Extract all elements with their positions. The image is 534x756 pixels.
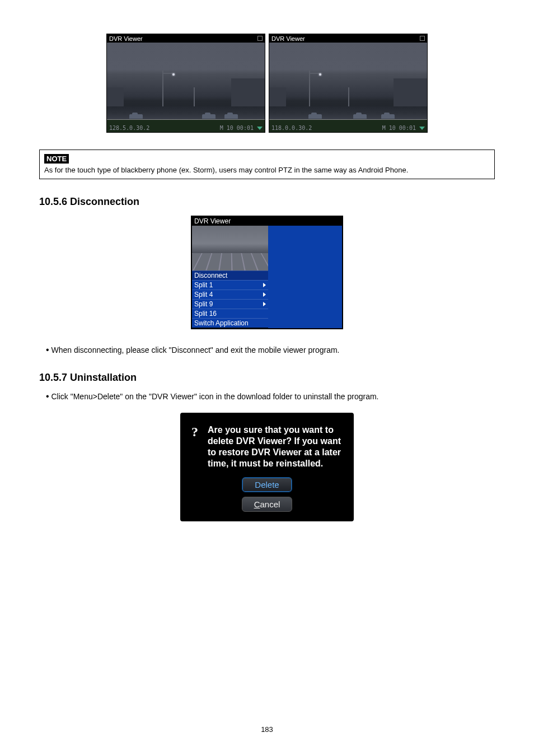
dvr-menu-screenshot: DVR Viewer Disconnect Split 1 Split 4: [191, 216, 343, 329]
dvr-title-bar: DVR Viewer: [107, 34, 265, 43]
dvr-title-text: DVR Viewer: [109, 35, 143, 42]
confirm-dialog: ? Are you sure that you want to delete D…: [180, 413, 354, 521]
note-label: NOTE: [44, 154, 69, 164]
menu-empty-pane: [268, 226, 342, 328]
dvr-window-left: DVR Viewer 128.5.0.30.2 M 10 00:01: [106, 34, 265, 133]
menu-thumbnail: [192, 226, 268, 270]
menu-item-label: Split 9: [194, 300, 213, 308]
submenu-arrow-icon: [263, 302, 266, 306]
dialog-message: Are you sure that you want to delete DVR…: [208, 424, 346, 469]
menu-item-switch-app[interactable]: Switch Application: [192, 318, 268, 328]
menu-item-label: Split 1: [194, 281, 213, 289]
question-icon: ?: [188, 424, 202, 439]
menu-item-disconnect[interactable]: Disconnect: [192, 270, 268, 280]
camera-feed-right: 118.0.0.30.2 M 10 00:01: [269, 43, 427, 132]
dvr-window-right: DVR Viewer 118.0.0.30.2 M 10 00:01: [269, 34, 428, 133]
menu-item-split9[interactable]: Split 9: [192, 299, 268, 309]
bullet-icon: •: [46, 345, 49, 354]
uninstallation-instruction: • Click "Menu>Delete" on the "DVR Viewer…: [46, 391, 495, 402]
section-heading-uninstallation: 10.5.7 Uninstallation: [39, 372, 495, 384]
camera-ip: 128.5.0.30.2: [109, 125, 149, 131]
camera-time: M 10 00:01: [382, 125, 416, 131]
expand-icon: [420, 36, 425, 41]
disconnection-instruction: • When disconnecting, please click "Disc…: [46, 345, 495, 355]
dvr-title-text: DVR Viewer: [271, 35, 305, 42]
cancel-accel: C: [254, 500, 260, 509]
dvr-menu-list: Disconnect Split 1 Split 4 Split 9: [192, 270, 268, 328]
camera-feed-left: 128.5.0.30.2 M 10 00:01: [107, 43, 265, 132]
cancel-button[interactable]: Cancel: [242, 497, 292, 512]
section-heading-disconnection: 10.5.6 Disconnection: [39, 196, 495, 208]
dropdown-icon: [257, 127, 263, 130]
bullet-icon: •: [46, 391, 49, 401]
bullet-text: When disconnecting, please click "Discon…: [51, 346, 340, 354]
menu-item-label: Switch Application: [194, 319, 249, 327]
camera-time: M 10 00:01: [220, 125, 254, 131]
submenu-arrow-icon: [263, 283, 266, 287]
menu-item-split4[interactable]: Split 4: [192, 290, 268, 299]
submenu-arrow-icon: [263, 292, 266, 297]
cancel-rest: ancel: [260, 500, 280, 509]
camera-ip: 118.0.0.30.2: [271, 125, 312, 131]
dropdown-icon: [419, 127, 425, 130]
bullet-text: Click "Menu>Delete" on the "DVR Viewer" …: [51, 392, 379, 401]
delete-button[interactable]: Delete: [242, 477, 292, 492]
menu-item-split1[interactable]: Split 1: [192, 280, 268, 290]
delete-label: Delete: [255, 480, 279, 489]
note-box: NOTE As for the touch type of blackberry…: [39, 150, 495, 179]
dvr-screenshot-pair: DVR Viewer 128.5.0.30.2 M 10 00:01 DVR V…: [39, 34, 495, 133]
dvr-title-bar: DVR Viewer: [269, 34, 427, 43]
page-number: 183: [0, 725, 534, 734]
menu-item-label: Split 16: [194, 310, 217, 318]
expand-icon: [257, 36, 263, 41]
menu-item-split16[interactable]: Split 16: [192, 309, 268, 318]
menu-item-label: Disconnect: [194, 272, 227, 279]
dvr-menu-title: DVR Viewer: [192, 217, 342, 226]
menu-item-label: Split 4: [194, 291, 213, 298]
note-text: As for the touch type of blackberry phon…: [44, 166, 490, 174]
